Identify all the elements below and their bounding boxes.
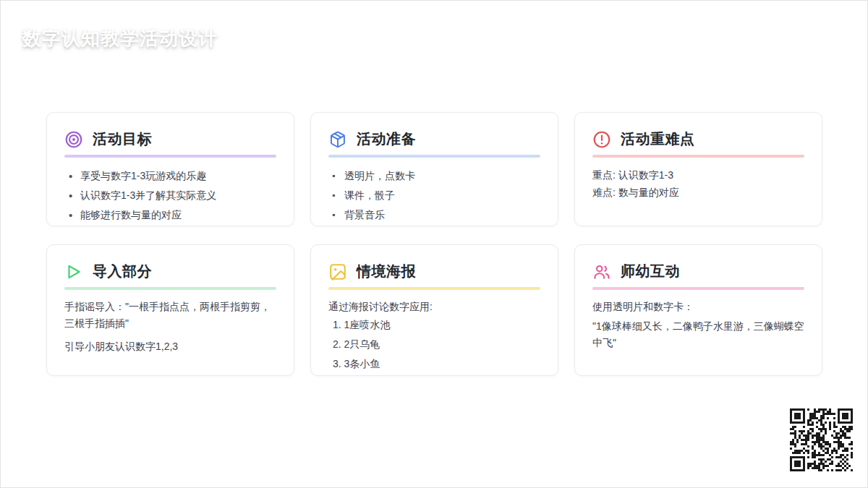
card-key-difficult-points: 活动重难点 重点: 认识数字1-3 难点: 数与量的对应 xyxy=(574,112,822,226)
title-underline xyxy=(592,155,804,158)
paragraph: 引导小朋友认识数字1,2,3 xyxy=(64,338,276,355)
text-line: 难点: 数与量的对应 xyxy=(592,184,804,201)
list-item: 背景音乐 xyxy=(328,205,540,225)
target-icon xyxy=(64,130,83,149)
users-icon xyxy=(592,262,611,281)
slide-title: 数字认知教学活动设计 xyxy=(22,26,218,51)
card-header: 活动重难点 xyxy=(592,129,804,149)
title-underline xyxy=(328,287,540,290)
numbered-item: 2. 2只乌龟 xyxy=(328,335,540,354)
numbered-item: 1. 1座喷水池 xyxy=(328,315,540,335)
qr-code xyxy=(790,408,853,471)
card-header: 导入部分 xyxy=(64,262,276,281)
text-line: 重点: 认识数字1-3 xyxy=(592,166,804,184)
cards-grid: 活动目标 享受与数字1-3玩游戏的乐趣 认识数字1-3并了解其实际意义 能够进行… xyxy=(46,112,822,376)
card-title: 活动重难点 xyxy=(621,129,695,149)
card-title: 师幼互动 xyxy=(621,262,680,281)
card-header: 情境海报 xyxy=(328,262,540,281)
title-underline xyxy=(592,287,804,290)
alert-circle-icon xyxy=(592,130,611,149)
title-underline xyxy=(328,155,540,158)
card-header: 师幼互动 xyxy=(592,262,804,281)
card-body: 通过海报讨论数字应用: 1. 1座喷水池 2. 2只乌龟 3. 3条小鱼 xyxy=(328,299,540,374)
list-item: 享受与数字1-3玩游戏的乐趣 xyxy=(64,166,276,186)
card-body: 重点: 认识数字1-3 难点: 数与量的对应 xyxy=(592,166,804,201)
numbered-item: 3. 3条小鱼 xyxy=(328,354,540,374)
box-icon xyxy=(328,130,347,149)
card-activity-goals: 活动目标 享受与数字1-3玩游戏的乐趣 认识数字1-3并了解其实际意义 能够进行… xyxy=(46,112,294,226)
card-header: 活动目标 xyxy=(64,129,276,149)
card-body: 透明片，点数卡 课件，骰子 背景音乐 xyxy=(328,166,540,225)
card-title: 情境海报 xyxy=(357,262,416,281)
card-title: 活动准备 xyxy=(357,129,416,149)
card-scene-poster: 情境海报 通过海报讨论数字应用: 1. 1座喷水池 2. 2只乌龟 3. 3条小… xyxy=(310,244,558,376)
title-underline xyxy=(64,287,276,290)
card-introduction: 导入部分 手指谣导入："一根手指点点，两根手指剪剪，三根手指插插" 引导小朋友认… xyxy=(46,244,294,376)
paragraph: 手指谣导入："一根手指点点，两根手指剪剪，三根手指插插" xyxy=(64,299,276,332)
list-item: 课件，骰子 xyxy=(328,186,540,205)
card-teacher-child-interaction: 师幼互动 使用透明片和数字卡： "1像球棒细又长，二像鸭子水里游，三像蝴蝶空中飞… xyxy=(574,244,822,376)
lead-text: 通过海报讨论数字应用: xyxy=(328,299,540,315)
title-underline xyxy=(64,155,276,158)
card-header: 活动准备 xyxy=(328,129,540,149)
paragraph: 使用透明片和数字卡： xyxy=(592,299,804,315)
list-item: 能够进行数与量的对应 xyxy=(64,205,276,225)
card-body: 手指谣导入："一根手指点点，两根手指剪剪，三根手指插插" 引导小朋友认识数字1,… xyxy=(64,299,276,355)
play-icon xyxy=(64,262,83,281)
card-title: 导入部分 xyxy=(93,262,152,281)
card-activity-preparation: 活动准备 透明片，点数卡 课件，骰子 背景音乐 xyxy=(310,112,558,226)
card-title: 活动目标 xyxy=(93,129,152,149)
list-item: 透明片，点数卡 xyxy=(328,166,540,186)
paragraph: "1像球棒细又长，二像鸭子水里游，三像蝴蝶空中飞" xyxy=(592,318,804,351)
card-body: 享受与数字1-3玩游戏的乐趣 认识数字1-3并了解其实际意义 能够进行数与量的对… xyxy=(64,166,276,225)
image-icon xyxy=(328,262,347,281)
card-body: 使用透明片和数字卡： "1像球棒细又长，二像鸭子水里游，三像蝴蝶空中飞" xyxy=(592,299,804,351)
list-item: 认识数字1-3并了解其实际意义 xyxy=(64,186,276,205)
